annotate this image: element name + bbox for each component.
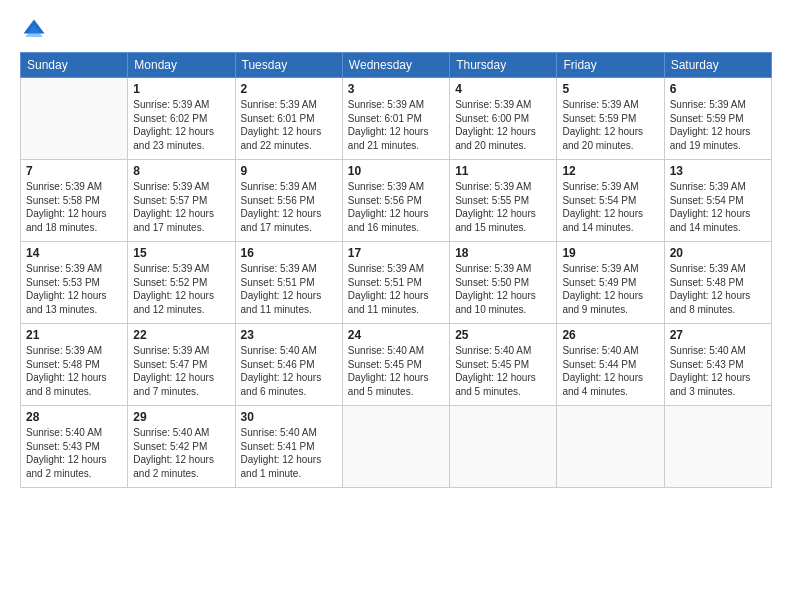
calendar-cell: 21Sunrise: 5:39 AM Sunset: 5:48 PM Dayli… xyxy=(21,324,128,406)
day-info: Sunrise: 5:39 AM Sunset: 5:51 PM Dayligh… xyxy=(241,262,337,316)
calendar-cell xyxy=(342,406,449,488)
logo-icon xyxy=(20,16,48,44)
calendar-cell: 4Sunrise: 5:39 AM Sunset: 6:00 PM Daylig… xyxy=(450,78,557,160)
day-info: Sunrise: 5:39 AM Sunset: 5:52 PM Dayligh… xyxy=(133,262,229,316)
day-number: 18 xyxy=(455,246,551,260)
day-number: 6 xyxy=(670,82,766,96)
calendar-cell: 28Sunrise: 5:40 AM Sunset: 5:43 PM Dayli… xyxy=(21,406,128,488)
day-number: 8 xyxy=(133,164,229,178)
day-number: 2 xyxy=(241,82,337,96)
calendar-week-row: 7Sunrise: 5:39 AM Sunset: 5:58 PM Daylig… xyxy=(21,160,772,242)
day-number: 13 xyxy=(670,164,766,178)
day-number: 20 xyxy=(670,246,766,260)
day-info: Sunrise: 5:40 AM Sunset: 5:45 PM Dayligh… xyxy=(348,344,444,398)
day-number: 7 xyxy=(26,164,122,178)
calendar-week-row: 14Sunrise: 5:39 AM Sunset: 5:53 PM Dayli… xyxy=(21,242,772,324)
calendar-cell: 22Sunrise: 5:39 AM Sunset: 5:47 PM Dayli… xyxy=(128,324,235,406)
day-info: Sunrise: 5:40 AM Sunset: 5:43 PM Dayligh… xyxy=(670,344,766,398)
day-info: Sunrise: 5:39 AM Sunset: 6:01 PM Dayligh… xyxy=(241,98,337,152)
day-info: Sunrise: 5:40 AM Sunset: 5:46 PM Dayligh… xyxy=(241,344,337,398)
calendar-cell xyxy=(21,78,128,160)
calendar-week-row: 1Sunrise: 5:39 AM Sunset: 6:02 PM Daylig… xyxy=(21,78,772,160)
day-info: Sunrise: 5:39 AM Sunset: 5:56 PM Dayligh… xyxy=(348,180,444,234)
day-number: 16 xyxy=(241,246,337,260)
day-info: Sunrise: 5:40 AM Sunset: 5:42 PM Dayligh… xyxy=(133,426,229,480)
day-number: 9 xyxy=(241,164,337,178)
day-info: Sunrise: 5:39 AM Sunset: 6:02 PM Dayligh… xyxy=(133,98,229,152)
header-saturday: Saturday xyxy=(664,53,771,78)
calendar-week-row: 21Sunrise: 5:39 AM Sunset: 5:48 PM Dayli… xyxy=(21,324,772,406)
calendar-cell: 20Sunrise: 5:39 AM Sunset: 5:48 PM Dayli… xyxy=(664,242,771,324)
header-thursday: Thursday xyxy=(450,53,557,78)
day-number: 12 xyxy=(562,164,658,178)
calendar-cell: 17Sunrise: 5:39 AM Sunset: 5:51 PM Dayli… xyxy=(342,242,449,324)
calendar-cell: 24Sunrise: 5:40 AM Sunset: 5:45 PM Dayli… xyxy=(342,324,449,406)
day-number: 24 xyxy=(348,328,444,342)
day-number: 27 xyxy=(670,328,766,342)
header-tuesday: Tuesday xyxy=(235,53,342,78)
day-info: Sunrise: 5:39 AM Sunset: 6:00 PM Dayligh… xyxy=(455,98,551,152)
day-number: 21 xyxy=(26,328,122,342)
logo xyxy=(20,16,52,44)
day-info: Sunrise: 5:39 AM Sunset: 5:56 PM Dayligh… xyxy=(241,180,337,234)
day-info: Sunrise: 5:39 AM Sunset: 5:58 PM Dayligh… xyxy=(26,180,122,234)
day-number: 4 xyxy=(455,82,551,96)
calendar-cell: 30Sunrise: 5:40 AM Sunset: 5:41 PM Dayli… xyxy=(235,406,342,488)
calendar-cell: 2Sunrise: 5:39 AM Sunset: 6:01 PM Daylig… xyxy=(235,78,342,160)
calendar-cell: 9Sunrise: 5:39 AM Sunset: 5:56 PM Daylig… xyxy=(235,160,342,242)
day-number: 10 xyxy=(348,164,444,178)
day-info: Sunrise: 5:39 AM Sunset: 5:48 PM Dayligh… xyxy=(26,344,122,398)
calendar-cell: 1Sunrise: 5:39 AM Sunset: 6:02 PM Daylig… xyxy=(128,78,235,160)
header-friday: Friday xyxy=(557,53,664,78)
calendar-cell xyxy=(664,406,771,488)
calendar-cell: 5Sunrise: 5:39 AM Sunset: 5:59 PM Daylig… xyxy=(557,78,664,160)
day-info: Sunrise: 5:39 AM Sunset: 5:54 PM Dayligh… xyxy=(670,180,766,234)
day-info: Sunrise: 5:39 AM Sunset: 5:48 PM Dayligh… xyxy=(670,262,766,316)
day-info: Sunrise: 5:39 AM Sunset: 5:50 PM Dayligh… xyxy=(455,262,551,316)
day-info: Sunrise: 5:39 AM Sunset: 5:59 PM Dayligh… xyxy=(562,98,658,152)
calendar-cell: 27Sunrise: 5:40 AM Sunset: 5:43 PM Dayli… xyxy=(664,324,771,406)
day-info: Sunrise: 5:39 AM Sunset: 5:49 PM Dayligh… xyxy=(562,262,658,316)
day-info: Sunrise: 5:39 AM Sunset: 5:51 PM Dayligh… xyxy=(348,262,444,316)
page-header xyxy=(20,16,772,44)
calendar-cell: 26Sunrise: 5:40 AM Sunset: 5:44 PM Dayli… xyxy=(557,324,664,406)
calendar-cell xyxy=(557,406,664,488)
day-number: 11 xyxy=(455,164,551,178)
header-sunday: Sunday xyxy=(21,53,128,78)
day-info: Sunrise: 5:39 AM Sunset: 5:47 PM Dayligh… xyxy=(133,344,229,398)
calendar-cell: 13Sunrise: 5:39 AM Sunset: 5:54 PM Dayli… xyxy=(664,160,771,242)
day-number: 17 xyxy=(348,246,444,260)
day-info: Sunrise: 5:40 AM Sunset: 5:44 PM Dayligh… xyxy=(562,344,658,398)
calendar-cell: 14Sunrise: 5:39 AM Sunset: 5:53 PM Dayli… xyxy=(21,242,128,324)
calendar-cell xyxy=(450,406,557,488)
day-info: Sunrise: 5:39 AM Sunset: 6:01 PM Dayligh… xyxy=(348,98,444,152)
calendar-table: Sunday Monday Tuesday Wednesday Thursday… xyxy=(20,52,772,488)
day-number: 28 xyxy=(26,410,122,424)
day-info: Sunrise: 5:40 AM Sunset: 5:43 PM Dayligh… xyxy=(26,426,122,480)
header-wednesday: Wednesday xyxy=(342,53,449,78)
day-number: 1 xyxy=(133,82,229,96)
day-info: Sunrise: 5:39 AM Sunset: 5:53 PM Dayligh… xyxy=(26,262,122,316)
day-info: Sunrise: 5:39 AM Sunset: 5:59 PM Dayligh… xyxy=(670,98,766,152)
day-number: 22 xyxy=(133,328,229,342)
calendar-cell: 6Sunrise: 5:39 AM Sunset: 5:59 PM Daylig… xyxy=(664,78,771,160)
calendar-body: 1Sunrise: 5:39 AM Sunset: 6:02 PM Daylig… xyxy=(21,78,772,488)
header-monday: Monday xyxy=(128,53,235,78)
day-number: 23 xyxy=(241,328,337,342)
calendar-cell: 18Sunrise: 5:39 AM Sunset: 5:50 PM Dayli… xyxy=(450,242,557,324)
calendar-cell: 15Sunrise: 5:39 AM Sunset: 5:52 PM Dayli… xyxy=(128,242,235,324)
calendar-cell: 25Sunrise: 5:40 AM Sunset: 5:45 PM Dayli… xyxy=(450,324,557,406)
day-number: 15 xyxy=(133,246,229,260)
day-number: 5 xyxy=(562,82,658,96)
calendar-cell: 7Sunrise: 5:39 AM Sunset: 5:58 PM Daylig… xyxy=(21,160,128,242)
calendar-header-row: Sunday Monday Tuesday Wednesday Thursday… xyxy=(21,53,772,78)
calendar-cell: 12Sunrise: 5:39 AM Sunset: 5:54 PM Dayli… xyxy=(557,160,664,242)
day-info: Sunrise: 5:39 AM Sunset: 5:55 PM Dayligh… xyxy=(455,180,551,234)
day-number: 25 xyxy=(455,328,551,342)
day-number: 3 xyxy=(348,82,444,96)
calendar-cell: 10Sunrise: 5:39 AM Sunset: 5:56 PM Dayli… xyxy=(342,160,449,242)
calendar-cell: 11Sunrise: 5:39 AM Sunset: 5:55 PM Dayli… xyxy=(450,160,557,242)
day-info: Sunrise: 5:40 AM Sunset: 5:45 PM Dayligh… xyxy=(455,344,551,398)
day-number: 26 xyxy=(562,328,658,342)
day-info: Sunrise: 5:39 AM Sunset: 5:57 PM Dayligh… xyxy=(133,180,229,234)
